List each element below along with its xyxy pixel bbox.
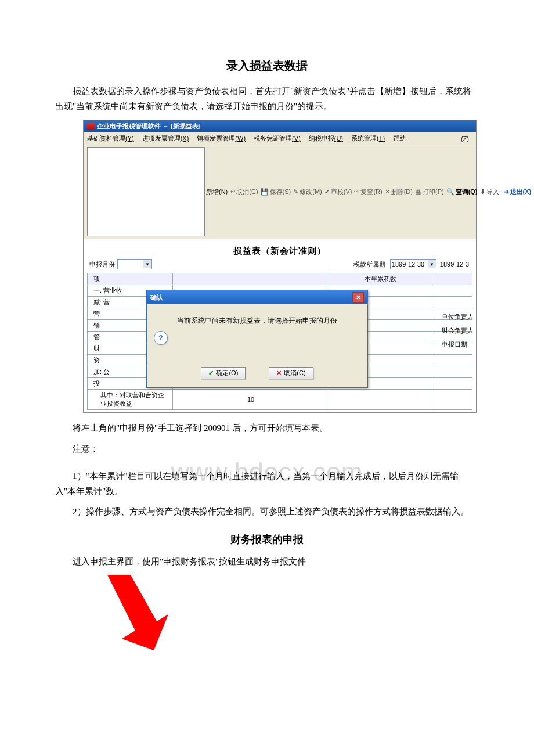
question-icon: ?: [154, 331, 168, 345]
paragraph-sub: 进入申报主界面，使用"申报财务报表"按钮生成财务申报文件: [55, 555, 479, 570]
chevron-down-icon: ▼: [428, 260, 436, 268]
paragraph-intro: 损益表数据的录入操作步骤与资产负债表相同，首先打开"新资产负债表"并点击【新增】…: [55, 84, 479, 114]
date2-text: 1899-12-3: [439, 261, 470, 268]
dialog-message: 当前系统中尚未有新损益表，请选择开始申报的月份: [155, 316, 359, 326]
paragraph-after-shot: 将左上角的"申报月份"手工选择到 200901 后，方可开始填写本表。: [55, 421, 479, 436]
menu-output-invoice[interactable]: 销项发票管理(W): [197, 134, 246, 143]
tb-new[interactable]: 新增(N): [87, 147, 228, 236]
menu-z[interactable]: (Z): [461, 135, 469, 142]
ok-button[interactable]: ✔确定(O): [201, 367, 246, 379]
menu-help[interactable]: 帮助: [393, 134, 406, 143]
tb-query[interactable]: 🔍 查询(Q): [446, 188, 478, 196]
tb-import[interactable]: ⬇ 导入: [480, 188, 499, 196]
close-icon[interactable]: ✕: [352, 292, 364, 303]
tb-cancel[interactable]: ↶ 取消(C): [230, 188, 258, 196]
note-2: 2）操作步骤、方式与资产负债表操作完全相同。可参照上述资产负债表的操作方式将损益…: [55, 505, 479, 520]
svg-marker-0: [107, 575, 168, 650]
form-title: 损益表（新会计准则）: [87, 246, 472, 257]
check-icon: ✔: [208, 369, 214, 377]
chevron-down-icon: ▼: [143, 260, 151, 268]
doc-title: 录入损益表数据: [55, 58, 479, 74]
confirm-dialog: 确认 ✕ ? 当前系统中尚未有新损益表，请选择开始申报的月份 ✔确定(O) ✕取…: [146, 290, 368, 388]
row-10-num: 10: [173, 390, 329, 410]
tb-review[interactable]: ↷ 复查(R): [354, 188, 382, 196]
col-item: 项: [88, 273, 173, 285]
col-acc: 本年累积数: [329, 273, 432, 285]
form-area: 损益表（新会计准则） 申报月份 ▼ 税款所属期 1899-12-30▼ 1899…: [84, 239, 476, 412]
window-titlebar: 企业电子报税管理软件 － [新损益表]: [84, 120, 476, 132]
tb-save[interactable]: 💾 保存(S): [261, 188, 291, 196]
row-10: 其中：对联营和合资企业投资收益: [88, 390, 173, 410]
arrow-down-right-icon: [90, 575, 171, 650]
tb-exit[interactable]: ➔ 退出(X): [504, 188, 532, 196]
window-title: 企业电子报税管理软件 － [新损益表]: [97, 122, 200, 131]
dialog-title: 确认: [150, 293, 163, 302]
tb-delete[interactable]: ✕ 删除(D): [385, 188, 413, 196]
note-label: 注意：: [55, 442, 479, 457]
new-icon: [87, 147, 205, 236]
menu-base[interactable]: 基础资料管理(Y): [87, 134, 134, 143]
app-screenshot: 企业电子报税管理软件 － [新损益表] 基础资料管理(Y) 进项发票管理(X) …: [83, 120, 477, 413]
toolbar: 新增(N) ↶ 取消(C) 💾 保存(S) ✎ 修改(M) ✔ 审核(V) ↷ …: [84, 145, 476, 239]
red-arrow: [90, 575, 171, 650]
menu-bar: 基础资料管理(Y) 进项发票管理(X) 销项发票管理(W) 税务凭证管理(V) …: [84, 132, 476, 145]
subtitle: 财务报表的申报: [55, 532, 479, 546]
menu-tax-voucher[interactable]: 税务凭证管理(V): [254, 134, 301, 143]
month-label: 申报月份: [89, 260, 115, 269]
menu-tax-declare[interactable]: 纳税申报(U): [309, 134, 343, 143]
month-combo[interactable]: ▼: [117, 259, 152, 269]
date1-combo[interactable]: 1899-12-30▼: [390, 259, 436, 269]
cancel-button[interactable]: ✕取消(C): [269, 367, 313, 379]
app-icon: [87, 123, 95, 130]
x-icon: ✕: [276, 369, 282, 377]
note-1: 1）"本年累计"栏目可以在填写第一个月时直接进行输入，当第一个月输入完成后，以后…: [55, 469, 479, 499]
tb-edit[interactable]: ✎ 修改(M): [293, 188, 322, 196]
menu-system[interactable]: 系统管理(T): [351, 134, 385, 143]
tb-print[interactable]: 🖶 打印(P): [415, 188, 444, 196]
side-labels: 单位负责人 财会负责人 申报日期: [442, 309, 474, 352]
period-label: 税款所属期: [353, 260, 385, 269]
tb-audit[interactable]: ✔ 审核(V): [324, 188, 352, 196]
menu-input-invoice[interactable]: 进项发票管理(X): [142, 134, 189, 143]
